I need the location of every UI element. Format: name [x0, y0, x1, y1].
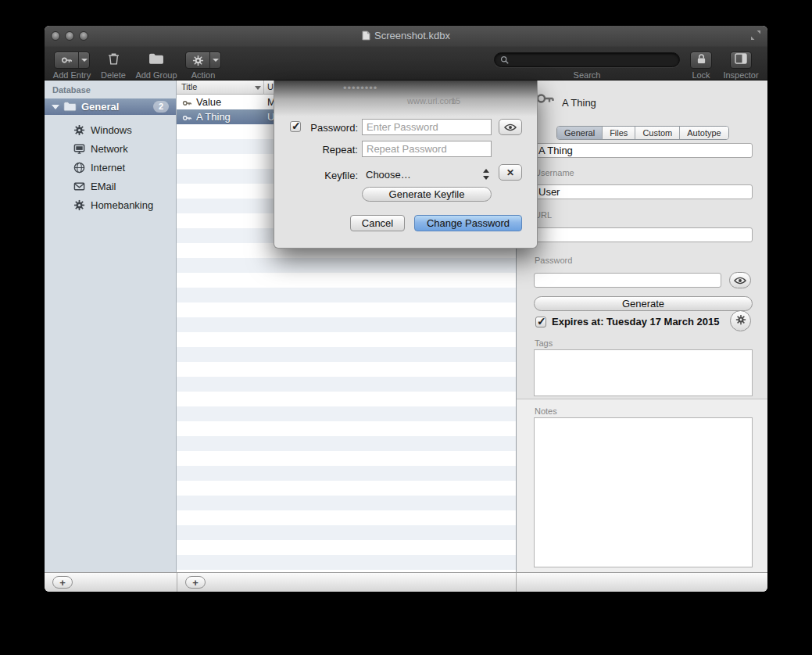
username-field[interactable]	[534, 184, 753, 199]
delete-button[interactable]	[105, 51, 122, 69]
tags-field[interactable]	[534, 349, 753, 396]
search-label: Search	[494, 70, 680, 80]
inspector-entry-title: A Thing	[562, 97, 596, 109]
generate-password-button[interactable]: Generate	[534, 296, 753, 311]
password-label: Password	[535, 256, 572, 265]
padlock-icon	[696, 53, 706, 68]
folder-icon	[63, 101, 77, 115]
window-chrome: Screenshot.kdbx Add Entry Delete Add Gro…	[45, 26, 767, 81]
sidebar-item-windows[interactable]: Windows	[45, 122, 176, 139]
monitor-icon	[73, 143, 85, 158]
column-header-title[interactable]: Title	[181, 82, 197, 91]
new-password-input[interactable]	[362, 119, 492, 135]
add-entry-plus-button[interactable]: +	[185, 576, 206, 589]
search-field[interactable]	[494, 52, 680, 67]
username-label: Username	[535, 168, 574, 177]
password-field[interactable]	[534, 273, 721, 288]
window-title: Screenshot.kdbx	[45, 30, 767, 43]
action-label: Action	[179, 70, 227, 80]
sidebar-item-homebanking[interactable]: Homebanking	[45, 197, 176, 214]
change-password-button[interactable]: Change Password	[414, 215, 522, 231]
stepper-icon[interactable]	[482, 168, 490, 181]
url-field[interactable]	[534, 227, 753, 242]
repeat-password-input[interactable]	[362, 141, 492, 157]
trash-icon	[107, 52, 120, 69]
envelope-icon	[73, 181, 85, 195]
sidebar-item-label: Homebanking	[91, 199, 153, 211]
column-divider[interactable]	[263, 81, 264, 95]
disclosure-triangle-icon[interactable]	[52, 105, 59, 109]
inspector-tabs: General Files Custom Autotype	[556, 126, 729, 140]
gear-icon	[186, 52, 209, 68]
dimmed-password-text: ••••••••	[343, 82, 377, 94]
gear-icon	[735, 314, 746, 328]
entry-title-cell: A Thing	[196, 111, 231, 123]
notes-label: Notes	[535, 406, 557, 416]
key-icon	[55, 52, 78, 68]
action-button[interactable]	[185, 52, 221, 69]
sidebar-header: Database	[52, 85, 91, 95]
sidebar-item-label: Internet	[91, 162, 125, 174]
reveal-password-button[interactable]	[499, 119, 522, 135]
keyfile-label: Keyfile:	[290, 170, 358, 181]
search-icon	[500, 53, 509, 67]
repeat-label: Repeat:	[290, 144, 358, 156]
title-field[interactable]	[534, 143, 753, 158]
pane-divider	[177, 573, 177, 592]
key-icon	[535, 89, 554, 111]
desktop-background: Screenshot.kdbx Add Entry Delete Add Gro…	[0, 0, 812, 655]
app-window: Screenshot.kdbx Add Entry Delete Add Gro…	[45, 26, 767, 592]
count-badge: 2	[153, 101, 169, 113]
expires-checkbox[interactable]	[535, 317, 546, 328]
globe-icon	[73, 162, 85, 177]
sheet-top-shadow: •••••••• www.url.com 15	[274, 81, 537, 116]
add-group-label: Add Group	[131, 70, 182, 80]
fullscreen-icon[interactable]	[750, 30, 761, 44]
gear-icon	[73, 124, 85, 139]
sidebar-group-label: General	[81, 101, 119, 113]
password-label: Password:	[290, 122, 358, 134]
delete-label: Delete	[90, 70, 137, 80]
bottom-bar: + +	[45, 572, 767, 592]
sidebar-item-network[interactable]: Network	[45, 141, 176, 158]
inspector-toggle-button[interactable]	[730, 52, 752, 69]
change-password-sheet: •••••••• www.url.com 15 Password: Repeat…	[274, 81, 538, 249]
folder-icon	[148, 52, 164, 68]
add-entry-button[interactable]	[54, 52, 90, 69]
add-group-button[interactable]	[148, 53, 165, 67]
expiry-gear-button[interactable]	[730, 310, 751, 331]
sidebar-item-internet[interactable]: Internet	[45, 159, 176, 177]
sidebar-item-label: EMail	[91, 181, 116, 192]
cancel-button[interactable]: Cancel	[350, 215, 405, 231]
tab-autotype[interactable]: Autotype	[679, 127, 728, 139]
sidebar: Database General 2 Windows Network Inter…	[45, 81, 177, 572]
keyfile-popup[interactable]: Choose…	[366, 169, 411, 181]
add-group-plus-button[interactable]: +	[52, 576, 73, 589]
search-input[interactable]	[513, 55, 674, 66]
expires-label: Expires at: Tuesday 17 March 2015	[552, 316, 719, 328]
sidebar-group-general[interactable]: General 2	[45, 98, 176, 115]
clear-keyfile-button[interactable]	[499, 164, 522, 181]
notes-field[interactable]	[534, 417, 753, 567]
tags-label: Tags	[535, 338, 553, 348]
generate-keyfile-button[interactable]: Generate Keyfile	[362, 187, 492, 202]
sidebar-item-email[interactable]: EMail	[45, 178, 176, 195]
sort-indicator-icon	[255, 86, 261, 90]
eye-icon	[504, 120, 517, 134]
add-entry-label: Add Entry	[48, 70, 95, 80]
entry-title-cell: Value	[196, 96, 221, 108]
document-icon	[362, 30, 370, 43]
eye-icon	[734, 274, 746, 288]
tab-custom[interactable]: Custom	[635, 127, 679, 139]
tab-files[interactable]: Files	[602, 127, 635, 139]
panel-icon	[735, 53, 747, 67]
tab-general[interactable]: General	[557, 127, 602, 139]
dimmed-url-text: www.url.com	[407, 96, 456, 106]
inspector-label: Inspector	[717, 70, 764, 80]
chevron-down-icon	[78, 52, 89, 68]
sidebar-item-label: Windows	[91, 124, 132, 136]
reveal-password-button[interactable]	[729, 272, 751, 288]
pane-divider	[516, 573, 517, 592]
inspector-panel: A Thing General Files Custom Autotype Us…	[516, 81, 767, 572]
lock-button[interactable]	[690, 52, 712, 69]
